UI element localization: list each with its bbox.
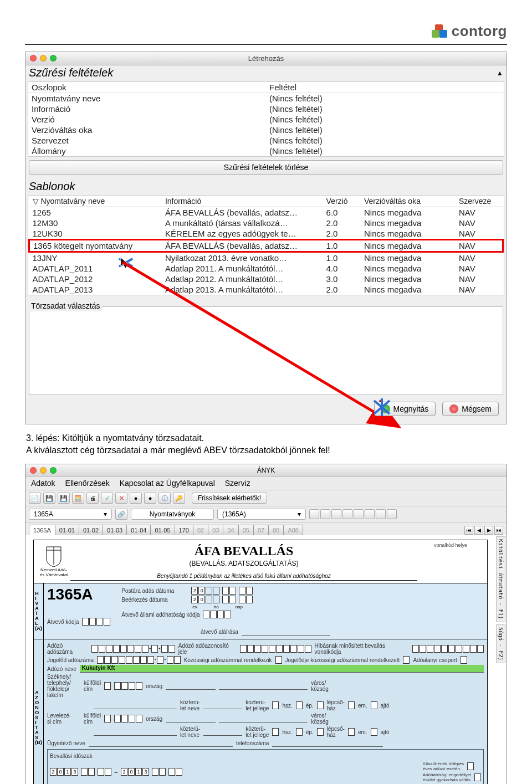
em2[interactable]	[348, 728, 355, 736]
tool-save-icon[interactable]: 💾	[43, 493, 55, 504]
tool-x-icon[interactable]: ✕	[115, 493, 127, 504]
templates-header[interactable]: Verzió	[323, 196, 361, 207]
form-tab[interactable]: 01-03	[103, 525, 127, 535]
form-tab[interactable]: 01-05	[150, 525, 175, 535]
varos1-field[interactable]	[219, 682, 308, 690]
form-tabs[interactable]: 1365A01-0101-0201-0301-0401-051700203040…	[25, 522, 507, 535]
adozo-szam-boxes[interactable]: --	[91, 645, 175, 653]
torzsadat-listbox[interactable]	[29, 306, 503, 395]
templates-row[interactable]: 1365 kötegelt nyomtatványÁFA BEVALLÁS (b…	[29, 240, 503, 252]
filter-row[interactable]: Verzióváltás oka(Nincs feltétel)	[28, 125, 504, 135]
templates-header[interactable]: Verzióváltás oka	[361, 196, 456, 207]
filter-section-header[interactable]: Szűrési feltételek ▲	[25, 65, 507, 80]
zoom-icon[interactable]	[50, 467, 57, 474]
orszag2-field[interactable]	[166, 715, 216, 722]
adozo-jel-boxes[interactable]	[240, 645, 311, 653]
menu-item[interactable]: Adatok	[31, 479, 55, 488]
form-tab[interactable]: A88	[283, 525, 303, 535]
to-boxes[interactable]: 2013	[121, 768, 182, 776]
tool-save2-icon[interactable]: 💾	[58, 493, 70, 504]
filter-row[interactable]: Nyomtatvány neve(Nincs feltétel)	[28, 93, 504, 104]
minimize-icon[interactable]	[40, 55, 47, 62]
templates-section-header[interactable]: Sablonok	[25, 179, 507, 194]
templates-header[interactable]: Szerveze	[456, 196, 503, 207]
templates-row[interactable]: 12M30A munkáltató (társas vállalkozá…2.0…	[29, 218, 503, 228]
kulfoldi2-box[interactable]	[104, 715, 111, 722]
kozter2-field[interactable]	[94, 728, 177, 736]
ico-7[interactable]	[376, 509, 386, 519]
form-tab[interactable]: 05	[238, 525, 254, 535]
filter-row[interactable]: Információ(Nincs feltétel)	[28, 104, 504, 114]
templates-row[interactable]: ADATLAP_2013Adatlap 2013. A munkáltatótó…	[29, 284, 503, 295]
ajto2[interactable]	[371, 728, 377, 736]
templates-row[interactable]: ADATLAP_2012Adatlap 2012. A munkáltatótó…	[29, 274, 503, 284]
tool-calc-icon[interactable]: 🧮	[72, 493, 84, 504]
menu-item[interactable]: Szerviz	[225, 479, 250, 488]
jogelod-boxes[interactable]: --	[97, 656, 181, 664]
form-tab[interactable]: 07	[253, 525, 269, 535]
cancel-button[interactable]: Mégsem	[442, 402, 499, 416]
em1[interactable]	[348, 701, 355, 709]
hsz2[interactable]	[272, 728, 279, 736]
close-icon[interactable]	[30, 467, 37, 474]
from-boxes[interactable]: 2013	[50, 768, 111, 776]
filter-row[interactable]: Szervezet(Nincs feltétel)	[28, 135, 504, 146]
menu-item[interactable]: Kapcsolat az Ügyfélkapuval	[120, 479, 215, 488]
tool-print-icon[interactable]: 🖨	[86, 493, 99, 504]
irsz2[interactable]	[114, 715, 142, 722]
templates-row[interactable]: 13JNYNyilatkozat 2013. évre vonatko…1.0N…	[29, 252, 503, 264]
templates-header[interactable]: Információ	[162, 196, 323, 207]
side-help-f1[interactable]: Kitöltési útmutató - F1)	[496, 536, 505, 622]
date1-boxes[interactable]: 20	[191, 587, 253, 595]
adohat-box[interactable]	[474, 773, 481, 781]
templates-table[interactable]: ▽ Nyomtatvány neveInformációVerzióVerzió…	[28, 196, 504, 295]
tool-check-icon[interactable]: ✓	[101, 493, 113, 504]
form-tab[interactable]: 01-04	[126, 525, 151, 535]
jogelod-koz-box[interactable]	[403, 656, 410, 664]
form-tab[interactable]: 08	[268, 525, 284, 535]
mid-select[interactable]: (1365A)▾	[217, 509, 306, 520]
form-tab[interactable]: 1365A	[29, 525, 55, 535]
kozjel2-field[interactable]	[203, 728, 242, 736]
tool-link-icon[interactable]: 🔗	[115, 509, 127, 520]
ico-5[interactable]	[354, 509, 364, 519]
filter-row[interactable]: Verzió(Nincs feltétel)	[28, 114, 504, 125]
close-icon[interactable]	[30, 55, 37, 62]
updates-pill[interactable]: Frissítések elérhetők!	[192, 493, 267, 504]
kozjel1-field[interactable]	[203, 701, 242, 709]
form-tab[interactable]: 04	[223, 525, 238, 535]
clear-filters-button[interactable]: Szűrési feltételek törlése	[29, 160, 503, 175]
hsz1[interactable]	[272, 701, 279, 709]
tool-new-icon[interactable]: 📄	[29, 493, 41, 504]
menubar[interactable]: AdatokEllenőrzésekKapcsolat az Ügyfélkap…	[25, 476, 507, 490]
atvevo2-boxes[interactable]	[203, 611, 231, 618]
form-tab[interactable]: 01-01	[55, 525, 79, 535]
zoom-icon[interactable]	[50, 55, 57, 62]
tab-nav-arrow[interactable]: ◀	[474, 526, 483, 535]
form-tab[interactable]: 02	[193, 525, 208, 535]
adozo-neve-field[interactable]: Kukutyin Kft	[80, 665, 484, 673]
atvevo-boxes[interactable]	[82, 618, 110, 626]
filter-row[interactable]: Állomány(Nincs feltétel)	[28, 146, 504, 156]
koz-rend-box[interactable]	[275, 656, 282, 664]
tool-key-icon[interactable]: 🔑	[173, 493, 185, 504]
templates-row[interactable]: 1265ÁFA BEVALLÁS (bevallás, adatsz…6.0Ni…	[29, 207, 503, 218]
ico-1[interactable]	[309, 509, 319, 519]
form-tab[interactable]: 03	[208, 525, 223, 535]
tool-b-icon[interactable]: ●	[144, 493, 156, 504]
csoport-box[interactable]	[461, 656, 467, 664]
kozter1-field[interactable]	[94, 701, 177, 709]
side-help-f2[interactable]: Súgó - F2)	[496, 624, 505, 663]
lep1[interactable]	[317, 701, 324, 709]
tel-field[interactable]	[272, 739, 383, 747]
ico-8[interactable]	[387, 509, 397, 519]
hibas-boxes[interactable]	[412, 645, 484, 653]
tab-nav-arrow[interactable]: ⏮	[464, 526, 473, 535]
ep1[interactable]	[296, 701, 303, 709]
kuszob-box[interactable]	[467, 762, 474, 770]
ico-4[interactable]	[342, 509, 352, 519]
ep2[interactable]	[296, 728, 303, 736]
irsz1[interactable]	[114, 682, 142, 690]
form-tab[interactable]: 170	[175, 525, 193, 535]
form-tab[interactable]: 01-02	[79, 525, 103, 535]
